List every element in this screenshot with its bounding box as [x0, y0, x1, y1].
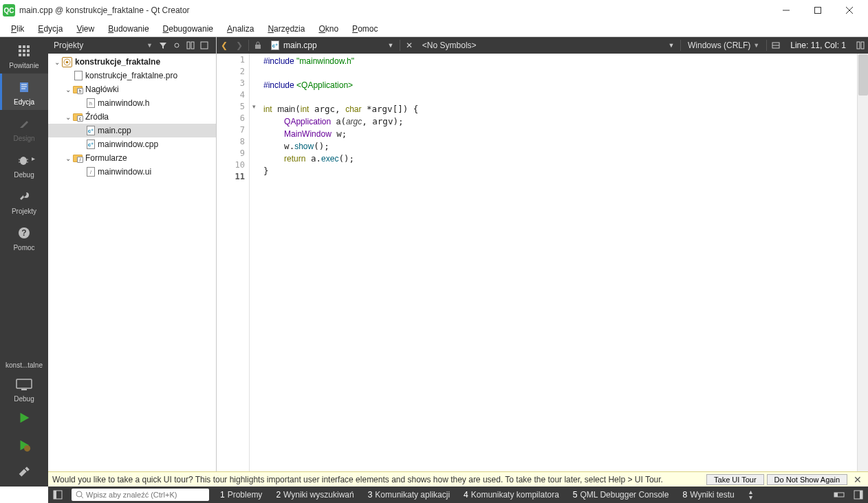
tree-folder-sources[interactable]: ⌄ c Źródła [48, 110, 216, 124]
lock-icon[interactable] [250, 37, 265, 54]
menu-narzędzia[interactable]: Narzędzia [261, 23, 312, 35]
menu-okno[interactable]: Okno [312, 23, 345, 35]
toggle-sidebar-icon[interactable] [48, 487, 67, 503]
code-editor[interactable]: #include "mainwindow.h" #include <QAppli… [258, 54, 868, 487]
sidebar-title[interactable]: Projekty [54, 41, 147, 50]
pane-arrows-icon[interactable]: ▴▾ [741, 487, 761, 503]
main-area: Powitanie Edycja Design ▸ Debug Proj [0, 37, 868, 487]
output-pane-1[interactable]: 1 Problemy [213, 490, 269, 500]
link-icon[interactable] [171, 39, 183, 52]
mode-welcome[interactable]: Powitanie [0, 37, 48, 74]
tree-root[interactable]: ⌄ konstrukcje_fraktalne [48, 55, 216, 69]
tree-item-cpp[interactable]: c⁺ main.cpp [48, 124, 216, 137]
build-config-label: Debug [14, 395, 34, 403]
build-config[interactable]: Debug [0, 373, 48, 404]
progress-icon[interactable] [829, 487, 849, 503]
expand-icon[interactable]: ⌄ [63, 155, 73, 162]
mode-label: Edycja [14, 98, 34, 106]
mode-edit[interactable]: Edycja [0, 74, 48, 110]
chevron-down-icon[interactable]: ▼ [383, 37, 398, 54]
line-icon[interactable] [768, 37, 783, 54]
expand-icon[interactable]: ⌄ [63, 86, 73, 93]
mode-design[interactable]: Design [0, 110, 48, 146]
close-button[interactable] [834, 0, 865, 21]
cursor-position[interactable]: Line: 11, Col: 1 [783, 41, 853, 50]
expand-icon[interactable]: ⌄ [52, 58, 62, 66]
symbols-combo[interactable]: <No Symbols> [417, 41, 482, 50]
take-ui-tour-button[interactable]: Take UI Tour [706, 474, 764, 485]
line-number: 3 [217, 78, 249, 90]
code-view: 1234567891011 ▾ #include "mainwindow.h" … [217, 54, 868, 487]
output-pane-5[interactable]: 5 QML Debugger Console [566, 490, 676, 500]
window-controls [770, 0, 865, 21]
toggle-right-sidebar-icon[interactable] [849, 487, 868, 503]
output-pane-8[interactable]: 8 Wyniki testu [675, 490, 741, 500]
svg-rect-27 [25, 467, 29, 471]
folder-icon: c [73, 113, 83, 121]
filter-icon[interactable] [157, 39, 169, 52]
locator-input[interactable] [86, 491, 205, 499]
svg-line-41 [81, 496, 83, 498]
menu-plik[interactable]: Plik [4, 23, 31, 35]
tree-label: Źródła [85, 112, 109, 122]
locator-search[interactable] [72, 489, 209, 501]
mode-debug[interactable]: ▸ Debug [0, 146, 48, 183]
file-tab[interactable]: c⁺ main.cpp [265, 41, 323, 50]
split-editor-icon[interactable] [853, 37, 868, 54]
project-sidebar: Projekty ▼ ⌄ konstrukcje_fraktalne konst… [48, 37, 217, 487]
build-button[interactable] [0, 459, 48, 487]
chevron-down-icon[interactable]: ▼ [147, 42, 153, 49]
mode-help[interactable]: ? Pomoc [0, 219, 48, 256]
output-pane-3[interactable]: 3 Komunikaty aplikacji [361, 490, 457, 500]
scrollbar-thumb[interactable] [858, 54, 868, 96]
h-file-icon: h [87, 98, 95, 108]
run-button[interactable] [0, 404, 48, 432]
menu-budowanie[interactable]: Budowanie [101, 23, 155, 35]
fold-marker[interactable]: ▾ [250, 100, 258, 112]
document-icon [16, 79, 32, 96]
menu-analiza[interactable]: Analiza [220, 23, 261, 35]
tree-item-cpp[interactable]: c⁺ mainwindow.cpp [48, 137, 216, 151]
tree-item-pro[interactable]: konstrukcje_fraktalne.pro [48, 69, 216, 82]
nav-forward-button[interactable]: ❯ [232, 37, 247, 54]
tree-folder-headers[interactable]: ⌄ h Nagłówki [48, 82, 216, 96]
fold-column: ▾ [250, 54, 258, 487]
tree-item-h[interactable]: h mainwindow.h [48, 96, 216, 110]
bug-icon: ▸ [16, 152, 32, 168]
expand-icon[interactable]: ⌄ [63, 113, 73, 121]
tree-folder-forms[interactable]: ⌄ / Formularze [48, 151, 216, 165]
menubar: PlikEdycjaViewBudowanieDebugowanieAnaliz… [0, 21, 868, 37]
svg-rect-8 [23, 49, 25, 52]
play-icon [17, 410, 32, 425]
vertical-scrollbar[interactable] [857, 54, 868, 487]
svg-rect-30 [201, 42, 208, 49]
titlebar: QC main.cpp @ konstrukcje_fraktalne - Qt… [0, 0, 868, 21]
svg-rect-13 [20, 82, 28, 92]
help-icon: ? [16, 225, 32, 241]
menu-pomoc[interactable]: Pomoc [345, 23, 384, 35]
close-panel-icon[interactable] [198, 39, 210, 52]
chevron-down-icon[interactable]: ▼ [664, 37, 679, 54]
minimize-button[interactable] [770, 0, 802, 21]
encoding-combo[interactable]: Windows (CRLF) ▼ [682, 41, 765, 50]
maximize-button[interactable] [802, 0, 834, 21]
run-debug-button[interactable] [0, 432, 48, 459]
mode-projects[interactable]: Projekty [0, 183, 48, 219]
line-number: 5 [217, 102, 249, 113]
tree-item-ui[interactable]: / mainwindow.ui [48, 165, 216, 179]
infobar-close-button[interactable]: ✕ [851, 474, 864, 485]
svg-rect-7 [19, 49, 21, 52]
menu-view[interactable]: View [69, 23, 101, 35]
menu-edycja[interactable]: Edycja [31, 23, 69, 35]
line-number: 6 [217, 113, 249, 125]
tree-label: konstrukcje_fraktalne [75, 57, 160, 67]
kit-selector[interactable]: konst...talne [0, 357, 48, 373]
nav-back-button[interactable]: ❮ [217, 37, 232, 54]
menu-debugowanie[interactable]: Debugowanie [156, 23, 220, 35]
close-editor-button[interactable]: ✕ [402, 37, 417, 54]
split-icon[interactable] [184, 39, 197, 52]
svg-rect-6 [27, 45, 30, 48]
output-pane-4[interactable]: 4 Komunikaty kompilatora [457, 490, 566, 500]
output-pane-2[interactable]: 2 Wyniki wyszukiwań [269, 490, 360, 500]
do-not-show-again-button[interactable]: Do Not Show Again [767, 474, 847, 485]
